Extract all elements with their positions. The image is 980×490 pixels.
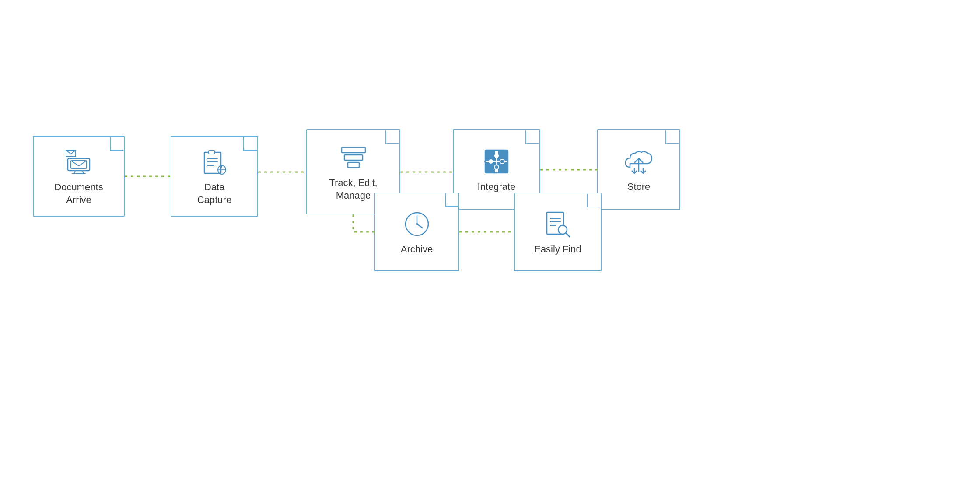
svg-point-27 bbox=[500, 159, 504, 164]
puzzle-icon bbox=[483, 147, 511, 175]
data-capture-label: DataCapture bbox=[197, 181, 231, 206]
card-data-capture: DataCapture bbox=[171, 136, 258, 217]
archive-label: Archive bbox=[401, 243, 433, 256]
diagram-container: DocumentsArrive DataCapture bbox=[0, 0, 980, 490]
easily-find-label: Easily Find bbox=[534, 243, 581, 256]
svg-rect-20 bbox=[344, 155, 363, 160]
card-store: Store bbox=[597, 129, 680, 210]
card-easily-find: Easily Find bbox=[514, 192, 602, 271]
data-capture-icon bbox=[200, 148, 228, 176]
track-edit-icon bbox=[340, 144, 368, 172]
connector-lines bbox=[0, 0, 980, 490]
clock-icon bbox=[403, 210, 431, 238]
svg-rect-12 bbox=[209, 150, 215, 154]
track-edit-manage-label: Track, Edit,Manage bbox=[329, 177, 377, 202]
svg-rect-21 bbox=[348, 162, 359, 168]
svg-point-35 bbox=[416, 223, 418, 225]
card-documents-arrive: DocumentsArrive bbox=[33, 136, 125, 217]
store-label: Store bbox=[627, 181, 651, 193]
svg-rect-11 bbox=[204, 152, 221, 173]
card-archive: Archive bbox=[374, 192, 459, 271]
svg-point-25 bbox=[494, 165, 499, 169]
svg-rect-19 bbox=[342, 147, 365, 153]
search-doc-icon bbox=[544, 210, 572, 238]
email-monitor-icon bbox=[65, 148, 93, 176]
documents-arrive-label: DocumentsArrive bbox=[54, 181, 103, 206]
svg-line-41 bbox=[566, 233, 570, 237]
svg-point-26 bbox=[489, 159, 493, 164]
cloud-upload-icon bbox=[625, 147, 653, 175]
integrate-label: Integrate bbox=[478, 181, 516, 193]
svg-point-24 bbox=[494, 154, 499, 158]
